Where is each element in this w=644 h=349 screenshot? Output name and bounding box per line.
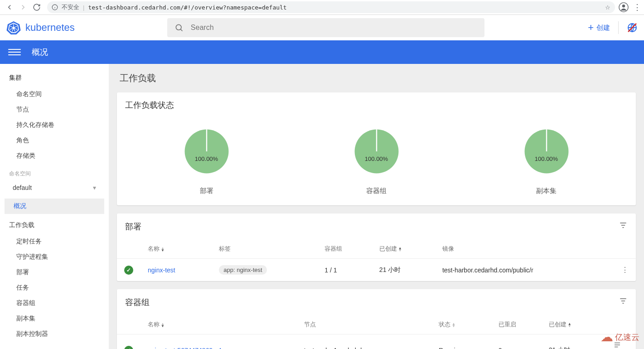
star-icon[interactable]: ☆ xyxy=(605,4,610,11)
svg-line-17 xyxy=(180,29,182,31)
sidebar-item-nodes[interactable]: 节点 xyxy=(0,102,109,117)
sidebar-item-deployments[interactable]: 部署 xyxy=(0,265,109,280)
back-button[interactable] xyxy=(3,0,16,14)
donut-deployments: 100.00% 部署 xyxy=(178,122,236,195)
address-bar[interactable]: 不安全 | test-dashboard.cedarhd.com/#!/over… xyxy=(47,1,615,13)
browser-menu-icon[interactable]: ⋮ xyxy=(633,2,641,12)
table-row[interactable]: ✓ nginx-test app: nginx-test 1 / 1 21 小时… xyxy=(117,259,636,281)
check-icon: ✓ xyxy=(124,266,133,275)
svg-point-16 xyxy=(176,24,181,30)
reload-button[interactable] xyxy=(30,0,44,14)
watermark: ☁ 亿速云 xyxy=(600,330,639,344)
search-box[interactable] xyxy=(167,18,484,37)
check-icon: ✓ xyxy=(124,346,133,349)
info-icon xyxy=(52,4,58,10)
filter-icon[interactable] xyxy=(619,296,628,308)
sidebar-item-cronjobs[interactable]: 定时任务 xyxy=(0,234,109,249)
kubernetes-icon xyxy=(6,20,21,35)
insecure-label: 不安全 xyxy=(62,3,79,11)
row-menu-icon[interactable]: ⋮ xyxy=(621,266,629,274)
donut-pods: 100.00% 容器组 xyxy=(348,122,406,195)
table-header-row: 名称▲▼ 节点 状态▲▼ 已重启 已创建▲▼ xyxy=(117,315,636,334)
namespace-select[interactable]: default ▾ xyxy=(9,181,100,194)
sidebar-item-storageclass[interactable]: 存储类 xyxy=(0,148,109,164)
status-card-title: 工作负载状态 xyxy=(125,100,174,111)
chevron-down-icon: ▾ xyxy=(93,184,96,191)
app-header: kubernetes + 创建 xyxy=(0,15,644,40)
sidebar-section-cluster[interactable]: 集群 xyxy=(0,69,109,87)
toolbar-title: 概况 xyxy=(32,47,48,58)
deployments-title: 部署 xyxy=(125,221,141,232)
sidebar-item-rc[interactable]: 副本控制器 xyxy=(0,326,109,342)
sidebar: 集群 命名空间 节点 持久化存储卷 角色 存储类 命名空间 default ▾ … xyxy=(0,64,109,349)
brand-text: kubernetes xyxy=(25,22,75,34)
deployment-link[interactable]: nginx-test xyxy=(148,267,175,274)
table-header-row: 名称▲▼ 标签 容器组 已创建▲▼ 镜像 xyxy=(117,239,636,259)
sidebar-item-namespaces[interactable]: 命名空间 xyxy=(0,87,109,102)
plus-icon: + xyxy=(588,23,594,33)
page-title: 工作负载 xyxy=(120,72,636,84)
pod-link[interactable]: nginx-test-5674474869-c4mzx xyxy=(148,347,233,349)
sidebar-item-jobs[interactable]: 任务 xyxy=(0,280,109,296)
main-content: 工作负载 工作负载状态 100.00% 部署 100.00% 容器组 xyxy=(109,64,644,349)
profile-icon[interactable] xyxy=(619,2,629,12)
label-chip: app: nginx-test xyxy=(219,265,266,275)
url-text: test-dashboard.cedarhd.com/#!/overview?n… xyxy=(88,4,286,11)
donut-replicasets: 100.00% 副本集 xyxy=(518,122,576,195)
cloud-icon: ☁ xyxy=(600,330,613,344)
pods-card: 容器组 名称▲▼ 节点 状态▲▼ 已重启 已创建▲▼ ✓ xyxy=(117,289,636,349)
deployments-card: 部署 名称▲▼ 标签 容器组 已创建▲▼ 镜像 ✓ xyxy=(117,213,636,281)
forward-button[interactable] xyxy=(16,0,30,14)
page-toolbar: 概况 xyxy=(0,40,644,64)
sidebar-item-daemonsets[interactable]: 守护进程集 xyxy=(0,249,109,265)
browser-toolbar: 不安全 | test-dashboard.cedarhd.com/#!/over… xyxy=(0,0,644,15)
sidebar-item-pv[interactable]: 持久化存储卷 xyxy=(0,117,109,133)
sidebar-item-roles[interactable]: 角色 xyxy=(0,133,109,148)
divider xyxy=(618,21,619,34)
search-icon xyxy=(174,23,184,32)
svg-point-4 xyxy=(622,5,625,7)
pods-title: 容器组 xyxy=(125,297,150,308)
app-logo[interactable]: kubernetes xyxy=(6,20,75,35)
status-card: 工作负载状态 100.00% 部署 100.00% 容器组 xyxy=(117,92,636,205)
search-input[interactable] xyxy=(191,24,477,32)
create-button[interactable]: + 创建 xyxy=(588,23,610,33)
disabled-globe-icon[interactable] xyxy=(627,22,638,33)
sidebar-section-workloads[interactable]: 工作负载 xyxy=(0,217,109,234)
sidebar-item-replicasets[interactable]: 副本集 xyxy=(0,311,109,326)
sidebar-item-pods[interactable]: 容器组 xyxy=(0,296,109,311)
namespace-label: 命名空间 xyxy=(0,164,109,179)
table-row[interactable]: ✓ nginx-test-5674474869-c4mzx test-nodes… xyxy=(117,334,636,349)
sidebar-item-overview[interactable]: 概况 xyxy=(5,199,104,214)
menu-icon[interactable] xyxy=(8,46,21,58)
filter-icon[interactable] xyxy=(619,221,628,232)
